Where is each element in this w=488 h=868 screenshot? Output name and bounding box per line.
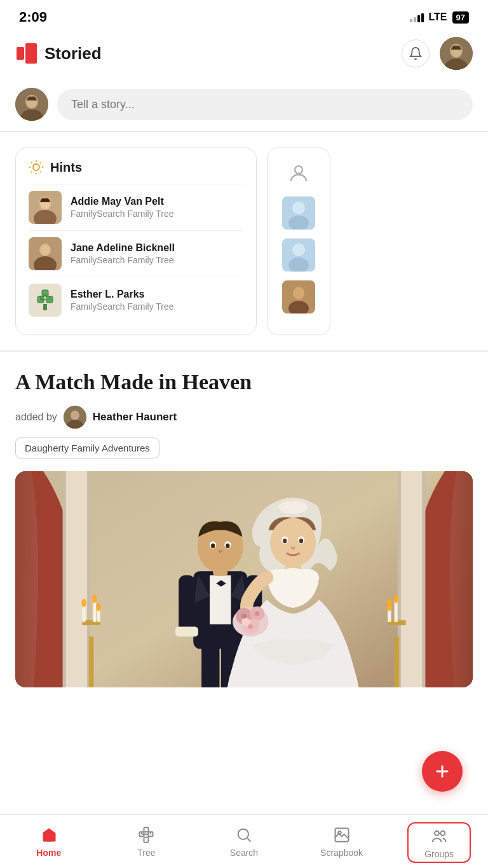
story-input[interactable]: [57, 89, 473, 120]
bottom-nav: Home Tree Search: [0, 814, 488, 868]
svg-rect-58: [93, 600, 96, 622]
hints-card: Hints Addie May Van Pelt FamilySearch Fa…: [15, 148, 257, 335]
hint-name-2: Jane Adeline Bicknell: [71, 242, 175, 254]
svg-rect-77: [179, 575, 195, 632]
svg-point-91: [283, 539, 287, 544]
person-card: [267, 148, 330, 335]
post-meta: added by Heather Haunert: [15, 406, 473, 429]
svg-rect-71: [201, 645, 219, 687]
svg-rect-63: [395, 637, 400, 687]
notifications-button[interactable]: [402, 39, 430, 67]
battery-level: 97: [452, 11, 469, 24]
hint-source-2: FamilySearch Family Tree: [71, 255, 175, 265]
wedding-illustration: [15, 471, 473, 687]
signal-icon: [410, 12, 424, 22]
svg-point-101: [241, 614, 247, 619]
svg-line-18: [40, 162, 41, 163]
svg-point-114: [238, 829, 248, 839]
logo-area: Storied: [15, 42, 102, 65]
svg-point-10: [33, 164, 39, 170]
hint-info-1: Addie May Van Pelt FamilySearch Family T…: [71, 196, 174, 219]
svg-point-85: [211, 543, 215, 548]
logo-icon: [15, 42, 38, 65]
hint-info-3: Esther L. Parks FamilySearch Family Tree: [71, 289, 174, 312]
svg-line-115: [247, 838, 250, 841]
svg-point-60: [81, 599, 86, 607]
svg-point-40: [292, 244, 305, 256]
nav-item-groups[interactable]: Groups: [407, 822, 471, 863]
svg-point-61: [92, 595, 97, 603]
person-icon: [285, 160, 313, 188]
hints-header: Hints: [29, 160, 243, 175]
nav-item-home[interactable]: Home: [17, 822, 81, 860]
person-thumb-1: [282, 196, 315, 230]
hint-info-2: Jane Adeline Bicknell FamilySearch Famil…: [71, 242, 175, 265]
svg-point-99: [241, 617, 250, 626]
post-added-by: added by: [15, 411, 57, 423]
svg-point-70: [387, 603, 392, 611]
header-actions: [402, 37, 473, 70]
tree-icon: [137, 825, 155, 845]
svg-point-69: [393, 595, 398, 603]
svg-point-86: [226, 543, 229, 548]
scrapbook-icon: [333, 825, 351, 845]
svg-point-43: [293, 287, 304, 300]
groups-icon: [430, 826, 448, 846]
home-icon: [40, 825, 58, 845]
svg-point-102: [255, 611, 260, 616]
post-image: [15, 471, 473, 687]
nav-label-tree: Tree: [137, 848, 155, 858]
svg-rect-0: [17, 47, 24, 60]
nav-label-scrapbook: Scrapbook: [320, 848, 363, 858]
app-header: Storied: [0, 31, 488, 80]
status-time: 2:09: [19, 9, 47, 25]
story-avatar: [15, 88, 48, 121]
person-thumb-2: [282, 238, 315, 272]
svg-point-37: [292, 202, 305, 214]
hint-thumb-3: [29, 284, 62, 317]
nav-item-search[interactable]: Search: [212, 822, 276, 860]
nav-item-scrapbook[interactable]: Scrapbook: [310, 822, 374, 860]
nav-item-tree[interactable]: Tree: [114, 822, 178, 860]
hint-item-3[interactable]: Esther L. Parks FamilySearch Family Tree: [29, 277, 243, 323]
nav-label-home: Home: [36, 848, 61, 858]
status-right: LTE 97: [410, 11, 470, 24]
svg-point-62: [96, 603, 101, 611]
hint-thumb-2: [29, 237, 62, 270]
divider-top: [0, 131, 488, 132]
author-name: Heather Haunert: [93, 411, 177, 424]
hint-item-1[interactable]: Addie May Van Pelt FamilySearch Family T…: [29, 184, 243, 230]
svg-point-103: [248, 624, 253, 630]
svg-point-118: [435, 831, 439, 836]
family-tree-icon: [32, 287, 58, 313]
status-bar: 2:09 LTE 97: [0, 0, 488, 31]
post-tag[interactable]: Daugherty Family Adventures: [15, 437, 159, 458]
hints-title: Hints: [50, 160, 82, 175]
svg-rect-52: [399, 471, 424, 687]
hint-item-2[interactable]: Jane Adeline Bicknell FamilySearch Famil…: [29, 230, 243, 277]
fab-add-button[interactable]: [422, 751, 463, 792]
svg-rect-106: [144, 837, 149, 843]
svg-line-13: [31, 162, 32, 163]
logo-text: Storied: [44, 44, 102, 64]
svg-line-17: [31, 171, 32, 172]
story-post: A Match Made in Heaven added by Heather …: [0, 357, 488, 687]
hints-scroll-area[interactable]: Hints Addie May Van Pelt FamilySearch Fa…: [0, 137, 488, 345]
lightbulb-icon: [29, 160, 44, 175]
svg-rect-49: [64, 471, 89, 687]
svg-rect-50: [63, 471, 66, 687]
svg-point-88: [270, 518, 316, 567]
svg-point-35: [295, 166, 302, 174]
user-avatar-button[interactable]: [440, 37, 473, 70]
svg-point-46: [71, 410, 79, 420]
author-avatar: [64, 406, 86, 429]
svg-rect-1: [25, 43, 37, 64]
svg-point-119: [441, 831, 445, 836]
svg-rect-55: [89, 637, 94, 687]
svg-rect-66: [395, 600, 398, 622]
battery-indicator: 97: [452, 11, 469, 24]
svg-line-14: [40, 171, 41, 172]
hint-source-3: FamilySearch Family Tree: [71, 301, 174, 312]
hint-thumb-1: [29, 191, 62, 224]
svg-rect-27: [43, 304, 47, 310]
